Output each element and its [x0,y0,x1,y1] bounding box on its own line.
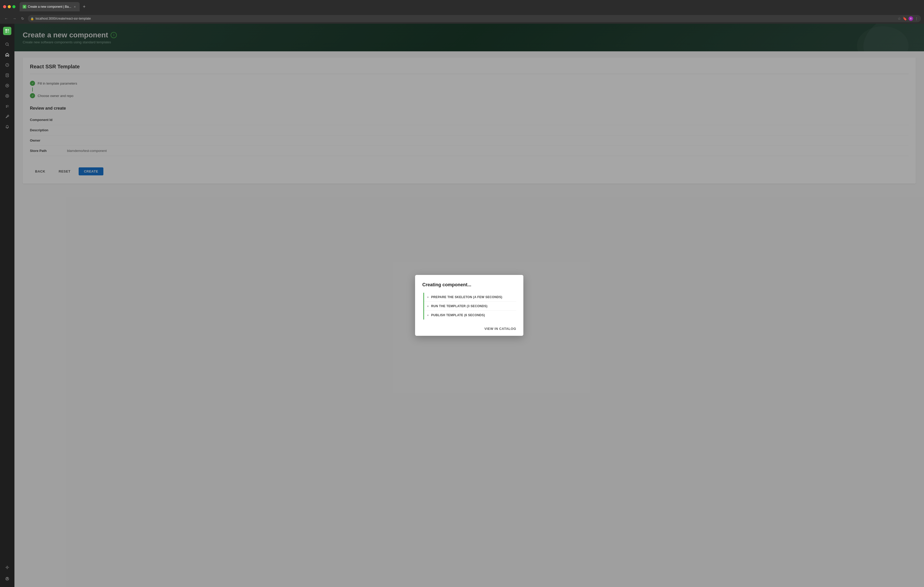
new-tab-button[interactable]: + [81,3,88,10]
task-item-templater: ▾ RUN THE TEMPLATER (3 SECONDS) [424,302,516,311]
sidebar [0,24,15,587]
compass-sidebar-icon[interactable] [3,60,12,69]
svg-rect-3 [7,31,9,33]
tab-bar: B Create a new component | Ba... ✕ + [20,2,921,12]
traffic-lights [3,5,15,8]
browser-chrome: B Create a new component | Ba... ✕ + [0,0,924,13]
tasks-sidebar-icon[interactable] [3,102,12,111]
chevron-icon-2: ▾ [427,305,429,308]
svg-line-5 [8,45,9,46]
main-content: Create a new component i Create new soft… [15,24,924,587]
chevron-icon-3: ▾ [427,314,429,317]
task-item-publish: ▾ PUBLISH TEMPLATE (6 SECONDS) [424,311,516,319]
refresh-button[interactable]: ↻ [20,15,26,21]
task-label-3: PUBLISH TEMPLATE (6 SECONDS) [431,313,485,317]
home-sidebar-icon[interactable] [3,50,12,60]
address-bar-icons: ☆ 🔖 B ⋮ [898,16,918,21]
svg-point-23 [7,578,8,579]
bell-sidebar-icon[interactable] [3,122,12,132]
svg-rect-1 [7,29,9,31]
add-sidebar-icon[interactable] [3,81,12,90]
svg-point-13 [6,94,9,98]
task-list: ▾ PREPARE THE SKELETON (A FEW SECONDS) ▾… [423,293,516,319]
active-tab[interactable]: B Create a new component | Ba... ✕ [20,2,80,12]
url-display: localhost:3000/create/react-ssr-template [36,17,91,20]
task-label-2: RUN THE TEMPLATER (3 SECONDS) [431,304,487,308]
creating-component-modal: Creating component... ▾ PREPARE THE SKEL… [415,275,523,336]
theme-sidebar-icon[interactable] [3,563,12,572]
modal-title: Creating component... [422,282,516,288]
svg-rect-0 [5,29,7,31]
tab-close-button[interactable]: ✕ [73,5,77,8]
svg-point-17 [7,567,8,568]
tab-title: Create a new component | Ba... [28,5,71,8]
app-layout: Create a new component i Create new soft… [0,24,924,587]
fullscreen-button[interactable] [12,5,15,8]
search-icon[interactable] [3,40,12,49]
modal-overlay: Creating component... ▾ PREPARE THE SKEL… [15,24,924,587]
forward-nav-button[interactable]: → [12,15,18,21]
minimize-button[interactable] [8,5,11,8]
sidebar-logo [3,27,12,35]
chevron-icon-1: ▾ [427,296,429,299]
back-nav-button[interactable]: ← [3,15,9,21]
task-item-skeleton: ▾ PREPARE THE SKELETON (A FEW SECONDS) [424,293,516,302]
svg-point-14 [7,96,8,96]
task-label-1: PREPARE THE SKELETON (A FEW SECONDS) [431,295,502,299]
close-button[interactable] [3,5,6,8]
modal-footer: VIEW IN CATALOG [422,324,516,331]
location-sidebar-icon[interactable] [3,91,12,101]
address-bar-row: ← → ↻ 🔒 localhost:3000/create/react-ssr-… [0,13,924,24]
docs-sidebar-icon[interactable] [3,71,12,80]
svg-rect-7 [6,74,8,77]
user-sidebar-icon[interactable] [3,574,12,584]
address-bar[interactable]: 🔒 localhost:3000/create/react-ssr-templa… [28,15,921,22]
view-in-catalog-button[interactable]: VIEW IN CATALOG [484,327,516,331]
svg-rect-2 [5,31,7,33]
wrench-sidebar-icon[interactable] [3,112,12,121]
tab-favicon: B [23,5,26,8]
